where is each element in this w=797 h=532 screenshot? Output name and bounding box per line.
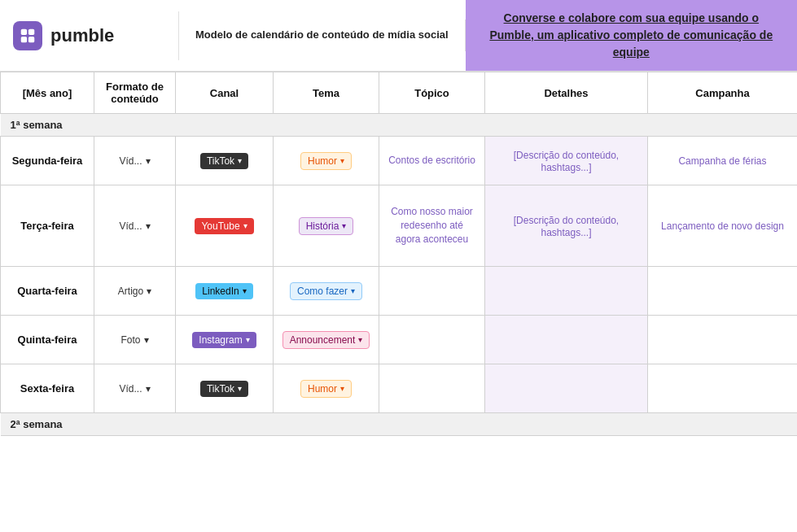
tema-tag-historia[interactable]: História ▾	[299, 217, 354, 235]
day-cell: Quarta-feira	[1, 267, 94, 316]
day-label: Sexta-feira	[20, 382, 74, 395]
table-row: Terça-feira Víd... ▾ YouTube ▾	[1, 185, 798, 267]
week-header-2: 2ª semana	[1, 413, 798, 436]
detalhes-cell: [Descrição do conteúdo, hashtags...]	[485, 137, 648, 185]
canal-dropdown-icon[interactable]: ▾	[246, 335, 250, 344]
topico-text: Como nosso maior redesenho até agora aco…	[391, 206, 473, 245]
canal-tag-tiktok[interactable]: TikTok ▾	[200, 153, 248, 169]
format-tag[interactable]: Víd... ▾	[119, 383, 150, 395]
col-header-detalhes: Detalhes	[485, 72, 648, 114]
detalhes-cell	[485, 267, 648, 316]
calendar-table: [Mês ano] Formato de conteúdo Canal Tema…	[0, 72, 797, 436]
canal-label: YouTube	[201, 220, 239, 232]
format-tag[interactable]: Artigo ▾	[118, 286, 151, 297]
detalhes-text: [Descrição do conteúdo, hashtags...]	[514, 215, 619, 238]
logo-icon	[13, 21, 42, 50]
format-cell: Víd... ▾	[94, 137, 176, 185]
col-header-topico: Tópico	[379, 72, 485, 114]
format-value: Foto	[120, 334, 140, 346]
tema-tag-humor[interactable]: Humor ▾	[300, 380, 352, 398]
campanha-cell	[648, 316, 798, 364]
detalhes-cell	[485, 316, 648, 364]
canal-dropdown-icon[interactable]: ▾	[243, 221, 247, 230]
format-value: Víd...	[119, 155, 142, 167]
topico-text: Contos de escritório	[388, 155, 475, 166]
logo-area: pumble	[0, 11, 179, 60]
col-header-tema: Tema	[274, 72, 379, 114]
day-cell: Quinta-feira	[1, 316, 94, 364]
tema-label: Humor	[308, 155, 337, 167]
campanha-cell: Lançamento de novo design	[648, 185, 798, 267]
campanha-cell	[648, 267, 798, 316]
canal-tag-instagram[interactable]: Instagram ▾	[192, 332, 256, 348]
table-row: Quarta-feira Artigo ▾ LinkedIn ▾	[1, 267, 798, 316]
week-label-1: 1ª semana	[1, 114, 798, 137]
topico-cell	[379, 364, 485, 413]
week-label-2: 2ª semana	[1, 413, 798, 436]
tema-dropdown-icon[interactable]: ▾	[358, 335, 362, 344]
format-tag[interactable]: Víd... ▾	[119, 155, 150, 167]
format-value: Víd...	[119, 220, 142, 232]
detalhes-cell	[485, 364, 648, 413]
tema-tag-comofazer[interactable]: Como fazer ▾	[290, 282, 362, 300]
canal-cell: Instagram ▾	[176, 316, 274, 364]
tema-tag-announcement[interactable]: Announcement ▾	[282, 331, 370, 349]
canal-dropdown-icon[interactable]: ▾	[238, 384, 242, 393]
col-header-mes: [Mês ano]	[1, 72, 94, 114]
format-dropdown-icon[interactable]: ▾	[146, 383, 151, 395]
header-promo-banner[interactable]: Converse e colabore com sua equipe usand…	[466, 0, 797, 71]
tema-dropdown-icon[interactable]: ▾	[342, 221, 346, 230]
format-dropdown-icon[interactable]: ▾	[144, 334, 149, 346]
day-label: Quarta-feira	[17, 285, 77, 297]
canal-dropdown-icon[interactable]: ▾	[243, 286, 247, 295]
col-header-canal: Canal	[176, 72, 274, 114]
campanha-text: Lançamento de novo design	[661, 220, 784, 232]
col-header-campanha: Campanha	[648, 72, 798, 114]
canal-cell: YouTube ▾	[176, 185, 274, 267]
format-cell: Foto ▾	[94, 316, 176, 364]
topico-cell	[379, 267, 485, 316]
table-row: Quinta-feira Foto ▾ Instagram ▾	[1, 316, 798, 364]
day-label: Quinta-feira	[18, 334, 77, 346]
tema-cell: Humor ▾	[274, 137, 379, 185]
format-tag[interactable]: Foto ▾	[120, 334, 148, 346]
canal-tag-youtube[interactable]: YouTube ▾	[195, 218, 253, 234]
tema-dropdown-icon[interactable]: ▾	[340, 384, 344, 393]
topico-cell: Como nosso maior redesenho até agora aco…	[379, 185, 485, 267]
format-tag[interactable]: Víd... ▾	[119, 220, 150, 232]
day-cell: Sexta-feira	[1, 364, 94, 413]
svg-rect-2	[21, 36, 27, 41]
canal-dropdown-icon[interactable]: ▾	[238, 156, 242, 165]
week-header-1: 1ª semana	[1, 114, 798, 137]
day-label: Terça-feira	[20, 220, 74, 232]
campanha-cell	[648, 364, 798, 413]
format-cell: Artigo ▾	[94, 267, 176, 316]
table-body: 1ª semana Segunda-feira Víd... ▾ TikTok …	[1, 114, 798, 436]
format-dropdown-icon[interactable]: ▾	[146, 220, 151, 232]
format-cell: Víd... ▾	[94, 185, 176, 267]
format-dropdown-icon[interactable]: ▾	[146, 155, 151, 167]
tema-dropdown-icon[interactable]: ▾	[340, 156, 344, 165]
table-row: Segunda-feira Víd... ▾ TikTok ▾	[1, 137, 798, 185]
header-title-area: Modelo de calendário de conteúdo de mídi…	[179, 20, 466, 50]
svg-rect-3	[28, 36, 34, 41]
campanha-text: Campanha de férias	[678, 155, 766, 167]
header-title: Modelo de calendário de conteúdo de mídi…	[195, 28, 449, 42]
topico-cell: Contos de escritório	[379, 137, 485, 185]
tema-cell: Como fazer ▾	[274, 267, 379, 316]
tema-dropdown-icon[interactable]: ▾	[351, 286, 355, 295]
canal-tag-tiktok[interactable]: TikTok ▾	[200, 381, 248, 397]
col-header-formato: Formato de conteúdo	[94, 72, 176, 114]
canal-tag-linkedin[interactable]: LinkedIn ▾	[195, 283, 252, 299]
canal-label: TikTok	[207, 383, 234, 395]
canal-label: LinkedIn	[202, 286, 239, 297]
campanha-cell: Campanha de férias	[648, 137, 798, 185]
format-dropdown-icon[interactable]: ▾	[147, 286, 151, 297]
tema-tag-humor[interactable]: Humor ▾	[300, 152, 352, 170]
tema-label: História	[306, 220, 339, 232]
canal-cell: TikTok ▾	[176, 364, 274, 413]
table-header: [Mês ano] Formato de conteúdo Canal Tema…	[1, 72, 798, 114]
logo-text: pumble	[50, 25, 114, 46]
promo-link[interactable]: Converse e colabore com sua equipe usand…	[482, 10, 781, 61]
format-cell: Víd... ▾	[94, 364, 176, 413]
